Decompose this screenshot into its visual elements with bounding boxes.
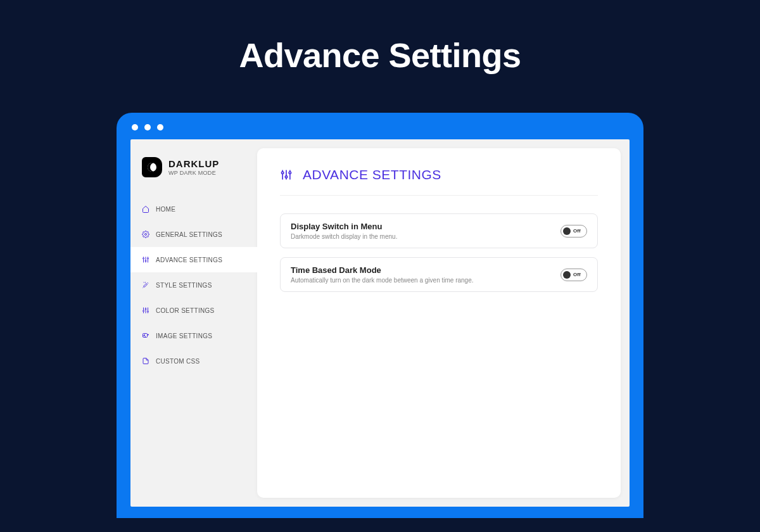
sidebar-item-label: STYLE SETTINGS	[156, 282, 212, 289]
sidebar-item-color[interactable]: COLOR SETTINGS	[130, 298, 257, 323]
setting-description: Darkmode switch display in the menu.	[291, 233, 397, 240]
toggle-knob-icon	[563, 271, 571, 279]
sliders-icon	[280, 168, 293, 181]
svg-point-0	[145, 234, 147, 236]
file-icon	[142, 357, 149, 365]
brand-text: DARKLUP WP DARK MODE	[168, 158, 219, 176]
toggle-knob-icon	[563, 227, 571, 235]
svg-point-8	[143, 310, 144, 312]
sidebar-item-css[interactable]: CUSTOM CSS	[130, 348, 257, 374]
sidebar-item-label: CUSTOM CSS	[156, 358, 200, 365]
home-icon	[142, 205, 149, 213]
sidebar-item-label: COLOR SETTINGS	[156, 307, 215, 314]
sliders-icon	[142, 307, 149, 314]
sidebar-item-label: IMAGE SETTINGS	[156, 332, 212, 339]
toggle-state-label: Off	[573, 228, 581, 234]
svg-point-4	[145, 260, 146, 262]
browser-window-dots	[117, 113, 643, 139]
toggle-time-based[interactable]: Off	[560, 269, 587, 281]
sidebar-item-label: GENERAL SETTINGS	[156, 231, 222, 238]
page-title: Advance Settings	[0, 0, 760, 75]
app-container: DARKLUP WP DARK MODE HOME GENERAL SETTIN…	[130, 139, 630, 507]
brand: DARKLUP WP DARK MODE	[130, 157, 257, 196]
tools-icon	[142, 281, 149, 289]
svg-point-2	[143, 258, 144, 259]
svg-point-20	[289, 172, 291, 174]
sliders-icon	[142, 256, 149, 263]
svg-point-16	[282, 172, 284, 174]
svg-point-18	[285, 176, 287, 178]
setting-row-display-switch: Display Switch in Menu Darkmode switch d…	[280, 213, 598, 248]
brand-tagline: WP DARK MODE	[168, 170, 219, 176]
brand-name: DARKLUP	[168, 158, 219, 169]
svg-point-6	[148, 258, 149, 259]
image-icon	[142, 332, 149, 339]
brand-logo-icon	[142, 157, 162, 177]
svg-point-10	[145, 308, 146, 310]
setting-title: Display Switch in Menu	[291, 222, 397, 231]
main-header: ADVANCE SETTINGS	[280, 167, 598, 196]
setting-description: Automatically turn on the dark mode betw…	[291, 277, 474, 284]
sidebar-item-image[interactable]: IMAGE SETTINGS	[130, 323, 257, 348]
gear-icon	[142, 231, 149, 238]
sidebar-item-advance[interactable]: ADVANCE SETTINGS	[130, 247, 257, 272]
main-panel: ADVANCE SETTINGS Display Switch in Menu …	[257, 148, 621, 498]
sidebar: DARKLUP WP DARK MODE HOME GENERAL SETTIN…	[130, 139, 257, 507]
window-dot-icon	[144, 124, 151, 130]
setting-title: Time Based Dark Mode	[291, 265, 474, 275]
sidebar-item-general[interactable]: GENERAL SETTINGS	[130, 222, 257, 247]
window-dot-icon	[132, 124, 138, 130]
sidebar-item-home[interactable]: HOME	[130, 196, 257, 222]
window-dot-icon	[157, 124, 163, 130]
setting-row-time-based: Time Based Dark Mode Automatically turn …	[280, 257, 598, 292]
toggle-state-label: Off	[573, 272, 581, 277]
sidebar-item-label: HOME	[156, 206, 175, 213]
main-title: ADVANCE SETTINGS	[303, 167, 441, 182]
toggle-display-switch[interactable]: Off	[560, 225, 587, 238]
sidebar-item-label: ADVANCE SETTINGS	[156, 256, 222, 263]
sidebar-item-style[interactable]: STYLE SETTINGS	[130, 272, 257, 298]
browser-frame: DARKLUP WP DARK MODE HOME GENERAL SETTIN…	[117, 113, 643, 518]
svg-point-12	[148, 311, 149, 312]
